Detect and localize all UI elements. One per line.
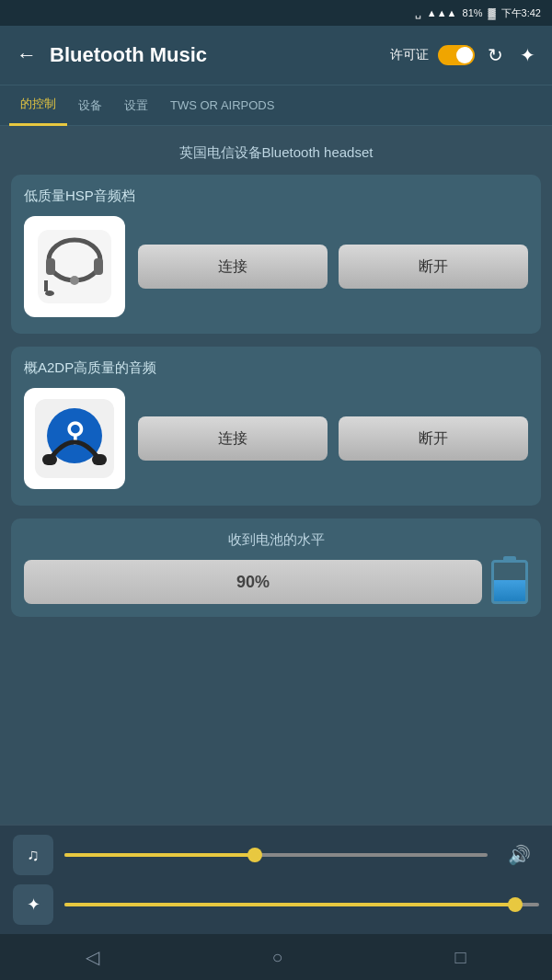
bluetooth-control-row: ✦ [13, 884, 539, 925]
battery-bar-container: 90% [24, 560, 528, 604]
battery-label: 收到电池的水平 [24, 531, 528, 549]
hsp-headset-icon [33, 225, 116, 308]
bluetooth-small-icon: ✦ [27, 895, 40, 915]
battery-percentage: 90% [24, 560, 482, 604]
status-bar: ␣ ▲▲▲ 81% ▓ 下午3:42 [0, 0, 552, 26]
nav-back-button[interactable]: ◁ [67, 939, 118, 975]
battery-icon-status: ▓ [489, 7, 496, 18]
volume-speaker-icon: 🔊 [508, 844, 531, 866]
battery-section: 收到电池的水平 90% [11, 518, 541, 617]
music-slider-fill [64, 853, 255, 857]
signal-strength: ▲▲▲ [427, 7, 457, 18]
music-slider-thumb[interactable] [247, 848, 262, 862]
bluetooth-button[interactable]: ✦ [516, 40, 539, 70]
nav-recents-button[interactable]: □ [436, 940, 484, 975]
svg-point-5 [45, 291, 54, 296]
a2dp-headphones-icon: ⚲ [33, 397, 116, 480]
tab-settings[interactable]: 设置 [113, 85, 159, 126]
music-icon-button[interactable]: ♫ [13, 835, 53, 875]
hsp-content: 连接 断开 [24, 216, 528, 317]
hsp-connect-button[interactable]: 连接 [138, 245, 328, 289]
a2dp-buttons: 连接 断开 [138, 416, 528, 461]
battery-level: 81% [463, 7, 483, 18]
music-control-row: ♫ 🔊 [13, 835, 539, 875]
svg-rect-2 [46, 258, 55, 275]
nav-bar: ◁ ○ □ [0, 934, 552, 980]
bluetooth-control-icon[interactable]: ✦ [13, 884, 53, 925]
battery-level-icon [491, 560, 528, 604]
page-title: Bluetooth Music [50, 43, 381, 67]
bluetooth-slider-thumb[interactable] [508, 897, 523, 912]
svg-point-6 [70, 276, 79, 285]
svg-rect-3 [94, 258, 103, 275]
nav-home-button[interactable]: ○ [253, 940, 301, 975]
bluetooth-slider[interactable] [64, 903, 539, 906]
license-toggle[interactable] [438, 45, 475, 65]
a2dp-title: 概A2DP高质量的音频 [24, 359, 528, 377]
back-button[interactable]: ← [13, 40, 40, 71]
a2dp-card: 概A2DP高质量的音频 ⚲ 连接 断开 [11, 347, 541, 506]
hsp-device-image [24, 216, 125, 317]
app-header: ← Bluetooth Music 许可证 ↻ ✦ [0, 26, 552, 85]
hsp-card: 低质量HSP音频档 连接 断开 [11, 175, 541, 334]
tab-tws[interactable]: TWS OR AIRPODS [159, 85, 285, 126]
a2dp-device-image: ⚲ [24, 388, 125, 489]
music-note-icon: ♫ [27, 846, 40, 865]
hsp-disconnect-button[interactable]: 断开 [339, 245, 528, 289]
device-header-label: 英国电信设备Bluetooth headset [11, 135, 541, 175]
a2dp-disconnect-button[interactable]: 断开 [339, 416, 528, 461]
a2dp-connect-button[interactable]: 连接 [138, 416, 328, 461]
time-display: 下午3:42 [501, 6, 541, 20]
hsp-title: 低质量HSP音频档 [24, 188, 528, 205]
tab-bar: 的控制 设备 设置 TWS OR AIRPODS [0, 85, 552, 126]
tab-control[interactable]: 的控制 [9, 85, 67, 126]
a2dp-content: ⚲ 连接 断开 [24, 388, 528, 489]
license-label: 许可证 [390, 47, 429, 63]
bluetooth-slider-fill [64, 903, 515, 906]
hsp-buttons: 连接 断开 [138, 245, 528, 289]
bluetooth-status: ␣ [415, 7, 421, 19]
bottom-controls: ♫ 🔊 ✦ [0, 825, 552, 934]
main-content: 英国电信设备Bluetooth headset 低质量HSP音频档 [0, 126, 552, 851]
refresh-button[interactable]: ↻ [484, 40, 507, 70]
music-slider[interactable] [64, 853, 488, 857]
tab-device[interactable]: 设备 [67, 85, 113, 126]
volume-icon[interactable]: 🔊 [499, 835, 539, 875]
